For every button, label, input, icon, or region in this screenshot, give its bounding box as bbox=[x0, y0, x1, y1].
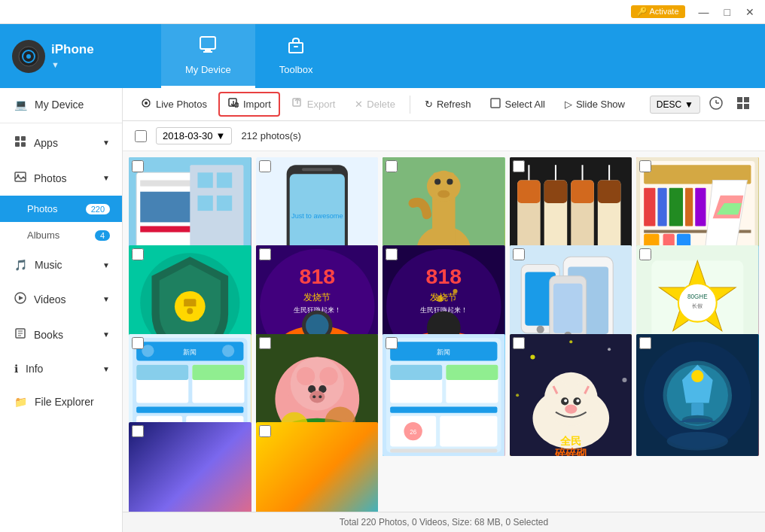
svg-rect-54 bbox=[302, 168, 333, 171]
refresh-button[interactable]: ↻ Refresh bbox=[416, 94, 480, 114]
date-row: 2018-03-30 ▼ 212 photos(s) bbox=[123, 121, 765, 151]
videos-icon bbox=[14, 292, 26, 306]
svg-text:新闻: 新闻 bbox=[183, 348, 197, 356]
sidebar-item-info[interactable]: ℹ Info ▼ bbox=[0, 352, 122, 385]
sidebar-item-books[interactable]: Books ▼ bbox=[0, 317, 122, 352]
sidebar-item-videos[interactable]: Videos ▼ bbox=[0, 281, 122, 317]
toolbar-separator-1 bbox=[410, 96, 410, 114]
svg-rect-84 bbox=[645, 188, 656, 226]
photo-checkbox-1[interactable] bbox=[132, 160, 144, 172]
photo-checkbox-17[interactable] bbox=[259, 425, 271, 437]
sidebar-item-photos[interactable]: Photos ▼ bbox=[0, 160, 122, 196]
clock-view-button[interactable] bbox=[703, 93, 729, 116]
info-icon: ℹ bbox=[14, 363, 18, 375]
photo-item-15[interactable] bbox=[636, 334, 759, 457]
photos-badge: 220 bbox=[86, 204, 110, 214]
photo-item-14[interactable]: 全民 碎碎砌 bbox=[510, 334, 632, 457]
device-name-header: iPhone ▼ bbox=[51, 42, 94, 71]
sidebar-item-music[interactable]: 🎵 Music ▼ bbox=[0, 248, 122, 281]
nav-tabs: My Device Toolbox bbox=[161, 24, 337, 88]
photo-image-13: 新闻 26 bbox=[382, 334, 505, 457]
photo-checkbox-6[interactable] bbox=[132, 248, 144, 260]
export-button[interactable]: Export bbox=[283, 93, 344, 116]
delete-button[interactable]: ✕ Delete bbox=[346, 94, 404, 114]
photo-checkbox-2[interactable] bbox=[259, 160, 271, 172]
photo-checkbox-15[interactable] bbox=[639, 337, 651, 349]
photo-checkbox-8[interactable] bbox=[386, 248, 398, 260]
photo-item-16[interactable] bbox=[129, 422, 251, 512]
sidebar-photos-label: Photos bbox=[34, 172, 67, 184]
date-checkbox[interactable] bbox=[135, 130, 147, 142]
photo-image-15 bbox=[636, 334, 759, 457]
maximize-button[interactable]: □ bbox=[720, 5, 735, 20]
sidebar-item-my-device[interactable]: 💻 My Device bbox=[0, 88, 122, 121]
photo-checkbox-7[interactable] bbox=[259, 248, 271, 260]
svg-rect-178 bbox=[440, 415, 497, 446]
window-controls: — □ ✕ bbox=[694, 5, 759, 20]
photo-checkbox-9[interactable] bbox=[513, 248, 525, 260]
svg-rect-43 bbox=[140, 180, 194, 186]
app-logo bbox=[12, 40, 45, 73]
import-button[interactable]: Import bbox=[218, 92, 280, 117]
svg-point-67 bbox=[449, 172, 455, 178]
tab-toolbox-label: Toolbox bbox=[279, 64, 313, 75]
tab-my-device[interactable]: My Device bbox=[161, 24, 255, 88]
photo-checkbox-3[interactable] bbox=[386, 160, 398, 172]
svg-rect-8 bbox=[15, 136, 20, 141]
photo-checkbox-10[interactable] bbox=[639, 248, 651, 260]
title-bar: 🔑 Activate — □ ✕ bbox=[0, 0, 765, 24]
photo-item-13[interactable]: 新闻 26 bbox=[382, 334, 505, 457]
file-explorer-icon: 📁 bbox=[14, 396, 27, 408]
sidebar-books-label: Books bbox=[34, 329, 63, 341]
export-label: Export bbox=[307, 99, 336, 110]
svg-rect-48 bbox=[217, 172, 232, 187]
svg-rect-45 bbox=[140, 226, 194, 232]
info-chevron: ▼ bbox=[102, 365, 110, 373]
svg-point-61 bbox=[434, 178, 440, 184]
svg-rect-85 bbox=[658, 188, 667, 226]
photo-checkbox-13[interactable] bbox=[386, 337, 398, 349]
view-buttons bbox=[703, 93, 756, 116]
svg-point-25 bbox=[150, 102, 151, 104]
svg-rect-75 bbox=[571, 180, 593, 202]
photo-checkbox-5[interactable] bbox=[639, 160, 651, 172]
sidebar-item-file-explorer[interactable]: 📁 File Explorer bbox=[0, 385, 122, 418]
photo-checkbox-14[interactable] bbox=[513, 337, 525, 349]
svg-point-66 bbox=[433, 172, 439, 178]
grid-view-button[interactable] bbox=[730, 93, 756, 116]
date-picker[interactable]: 2018-03-30 ▼ bbox=[156, 127, 232, 144]
svg-rect-148 bbox=[136, 406, 243, 412]
svg-rect-6 bbox=[289, 43, 303, 53]
svg-point-119 bbox=[453, 289, 458, 293]
sort-dropdown[interactable]: DESC ▼ bbox=[650, 96, 700, 114]
sidebar-item-apps[interactable]: Apps ▼ bbox=[0, 125, 122, 160]
live-photos-button[interactable]: Live Photos bbox=[132, 93, 215, 116]
select-all-checkbox-icon bbox=[490, 98, 501, 111]
photo-count: 212 photos(s) bbox=[241, 130, 301, 141]
svg-rect-9 bbox=[21, 136, 26, 141]
toolbox-icon bbox=[286, 35, 306, 59]
photo-checkbox-12[interactable] bbox=[259, 337, 271, 349]
photo-checkbox-16[interactable] bbox=[132, 425, 144, 437]
sidebar-sub-item-photos[interactable]: Photos 220 bbox=[0, 196, 122, 222]
svg-rect-7 bbox=[294, 46, 298, 47]
minimize-button[interactable]: — bbox=[694, 5, 714, 20]
svg-point-195 bbox=[576, 399, 579, 402]
import-label: Import bbox=[243, 99, 271, 110]
svg-point-157 bbox=[296, 366, 314, 385]
photo-item-17[interactable] bbox=[256, 422, 379, 512]
select-all-button[interactable]: Select All bbox=[482, 93, 553, 115]
svg-text:长假: 长假 bbox=[693, 304, 703, 310]
activate-button[interactable]: 🔑 Activate bbox=[631, 5, 685, 18]
svg-text:818: 818 bbox=[299, 264, 334, 288]
sidebar-file-explorer-label: File Explorer bbox=[35, 396, 94, 408]
svg-text:碎碎砌: 碎碎砌 bbox=[554, 446, 587, 456]
photo-checkbox-11[interactable] bbox=[132, 337, 144, 349]
photo-checkbox-4[interactable] bbox=[513, 160, 525, 172]
sidebar-sub-item-albums[interactable]: Albums 4 bbox=[0, 222, 122, 248]
svg-rect-173 bbox=[390, 364, 442, 379]
close-button[interactable]: ✕ bbox=[741, 5, 759, 20]
svg-rect-10 bbox=[15, 142, 20, 147]
slide-show-button[interactable]: ▷ Slide Show bbox=[556, 94, 633, 114]
tab-toolbox[interactable]: Toolbox bbox=[255, 24, 337, 88]
